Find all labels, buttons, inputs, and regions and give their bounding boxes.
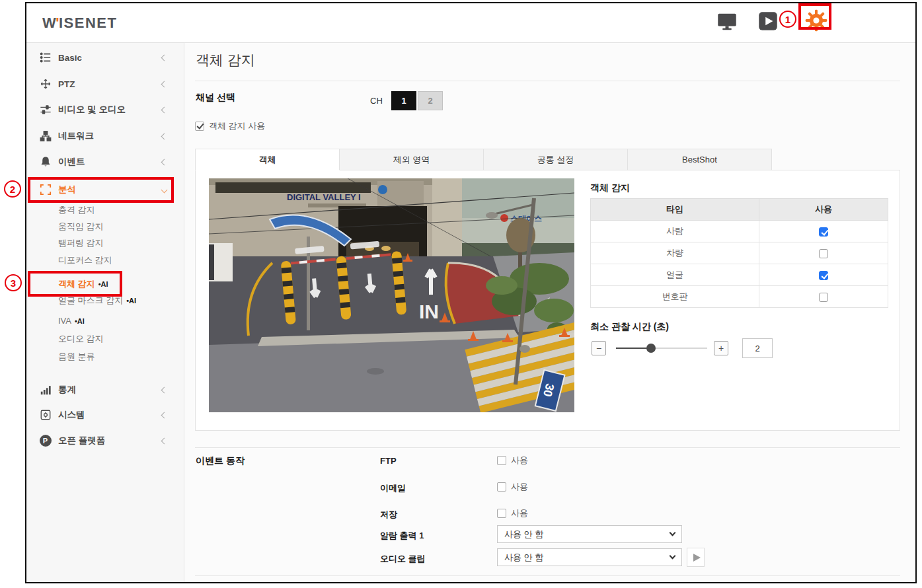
settings-gear-icon[interactable] (805, 9, 827, 32)
type-cell: 차량 (591, 242, 759, 264)
email-label: 이메일 (380, 482, 406, 494)
annotation-step-2: 2 (4, 180, 21, 198)
type-cell: 얼굴 (591, 264, 759, 286)
table-header-row: 타입 사용 (591, 199, 888, 221)
channel-select-label: 채널 선택 (196, 92, 235, 104)
select-value: 사용 안 함 (504, 529, 543, 540)
chevron-left-icon (161, 54, 168, 61)
annotation-step-3: 3 (5, 274, 22, 291)
type-cell: 번호판 (591, 286, 759, 308)
sidebar-subitem-defocus-detection[interactable]: 디포커스 감지 (26, 252, 184, 268)
face-checkbox[interactable] (819, 271, 828, 280)
playback-icon[interactable] (758, 11, 778, 31)
sidebar-item-label: 분석 (58, 184, 76, 196)
use-cell (759, 221, 888, 242)
duration-minus-button[interactable]: − (592, 341, 606, 355)
divider (195, 575, 900, 576)
sliders-icon (39, 104, 52, 116)
chevron-left-icon (161, 437, 168, 444)
sidebar-item-analytics[interactable]: 분석 (26, 180, 184, 199)
duration-value-input[interactable]: 2 (742, 338, 773, 358)
tab-bar: 객체 제외 영역 공통 설정 BestShot (195, 149, 900, 170)
logo-text: W (42, 15, 57, 31)
record-use-checkbox[interactable] (497, 509, 506, 518)
type-cell: 사람 (591, 221, 759, 242)
sidebar-subitem-motion-detection[interactable]: 움직임 감지 (26, 219, 184, 235)
sidebar-item-open-platform[interactable]: P 오픈 플랫폼 (26, 431, 184, 450)
sidebar-item-system[interactable]: 시스템 (26, 406, 184, 424)
sidebar-item-statistics[interactable]: 통계 (26, 381, 184, 399)
subitem-label: IVA•AI (58, 316, 85, 326)
person-checkbox[interactable] (819, 227, 828, 237)
audio-clip-control: 사용 안 함 (497, 548, 682, 566)
chevron-left-icon (161, 412, 168, 418)
record-control: 사용 (497, 507, 528, 519)
sidebar-item-network[interactable]: 네트워크 (26, 127, 184, 145)
tab-exclude-area[interactable]: 제외 영역 (339, 149, 484, 170)
sidebar-item-label: 네트워크 (58, 130, 94, 142)
sidebar-subitem-object-detection[interactable]: 객체 감지•AI (26, 276, 184, 292)
ai-badge: •AI (98, 280, 108, 288)
duration-slider-track[interactable] (616, 348, 707, 349)
channel-2-button[interactable]: 2 (418, 91, 443, 110)
system-box-icon (39, 409, 52, 422)
sidebar-subitem-audio-detection[interactable]: 오디오 감지 (26, 331, 184, 347)
sidebar-subitem-sound-classification[interactable]: 음원 분류 (26, 349, 184, 365)
sidebar-item-video-audio[interactable]: 비디오 및 오디오 (26, 100, 184, 119)
subitem-label: 움직임 감지 (58, 221, 104, 233)
subitem-text: 얼굴 마스크 감지 (58, 295, 123, 305)
subitem-text: IVA (58, 316, 71, 326)
analytics-crop-icon (39, 184, 52, 196)
sidebar-subitem-shock-detection[interactable]: 충격 감지 (26, 202, 184, 218)
ch-label: CH (370, 96, 383, 106)
audio-clip-label: 오디오 클립 (380, 553, 426, 565)
tab-bestshot[interactable]: BestShot (627, 149, 772, 170)
chevron-down-icon (670, 553, 676, 560)
duration-plus-button[interactable]: + (714, 341, 728, 355)
chevron-left-icon (161, 81, 168, 87)
duration-slider-knob[interactable] (646, 344, 656, 353)
enable-checkbox[interactable] (195, 122, 204, 131)
sidebar-subitem-iva[interactable]: IVA•AI (26, 312, 184, 328)
email-control: 사용 (497, 481, 528, 493)
sidebar-item-event[interactable]: 이벤트 (26, 153, 184, 171)
annotation-step-1: 1 (779, 11, 796, 28)
alarm-output-label: 알람 출력 1 (380, 530, 424, 542)
alarm-output-select[interactable]: 사용 안 함 (497, 525, 682, 543)
sidebar-item-label: Basic (58, 53, 82, 63)
sidebar-subitem-tampering-detection[interactable]: 탬퍼링 감지 (26, 235, 184, 251)
audio-clip-select[interactable]: 사용 안 함 (497, 548, 682, 566)
open-platform-icon: P (39, 435, 52, 447)
chevron-left-icon (161, 386, 168, 393)
subitem-label: 음원 분류 (58, 351, 95, 363)
use-cell (759, 242, 888, 264)
sidebar-item-label: 통계 (58, 384, 76, 396)
sidebar-subitem-face-mask-detection[interactable]: 얼굴 마스크 감지•AI (26, 293, 184, 309)
chevron-down-icon (670, 530, 676, 536)
use-label: 사용 (511, 455, 528, 466)
select-value: 사용 안 함 (504, 552, 543, 564)
alarm-output-control: 사용 안 함 (497, 525, 682, 543)
use-label: 사용 (511, 507, 528, 519)
sidebar-item-ptz[interactable]: PTZ (26, 75, 184, 93)
min-duration-label: 최소 관찰 시간 (초) (590, 321, 669, 333)
record-label: 저장 (380, 509, 397, 521)
audio-clip-play-button[interactable] (687, 548, 705, 567)
tab-common-settings[interactable]: 공통 설정 (483, 149, 628, 170)
ftp-use-checkbox[interactable] (497, 456, 506, 465)
sidebar-item-label: PTZ (58, 79, 75, 89)
tab-object[interactable]: 객체 (195, 149, 340, 170)
license-plate-checkbox[interactable] (819, 293, 828, 302)
object-detection-heading: 객체 감지 (590, 182, 630, 194)
ptz-move-icon (39, 78, 52, 91)
ai-badge: •AI (75, 317, 85, 325)
sidebar-item-basic[interactable]: Basic (26, 48, 184, 67)
bar-chart-icon (39, 384, 52, 396)
email-use-checkbox[interactable] (497, 482, 506, 492)
live-view-monitor-icon[interactable] (717, 11, 737, 31)
vehicle-checkbox[interactable] (819, 249, 828, 258)
main-content: 객체 감지 채널 선택 CH 1 2 객체 감지 사용 객체 제외 영역 공통 … (184, 43, 915, 582)
camera-preview-image: DIGITAL VALLEY I 스테이스 (209, 178, 574, 412)
enable-label: 객체 감지 사용 (209, 120, 265, 132)
channel-1-button[interactable]: 1 (391, 91, 416, 110)
